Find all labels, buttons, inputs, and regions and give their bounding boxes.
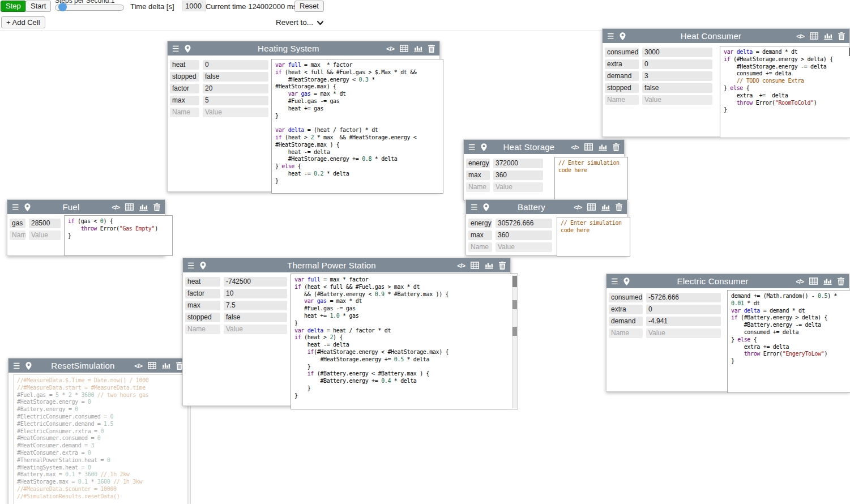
slider-thumb[interactable] <box>58 3 67 11</box>
scrollbar-track[interactable] <box>512 275 517 408</box>
cell-titlebar[interactable]: ☰Heat Storage</> <box>464 140 624 154</box>
prop-value-input[interactable]: 28500 <box>29 219 61 228</box>
prop-value-input[interactable]: Value <box>29 230 61 240</box>
prop-name-input[interactable]: Name <box>605 95 639 105</box>
prop-name-input[interactable]: energy <box>466 159 490 168</box>
prop-name-input[interactable]: max <box>468 230 492 240</box>
menu-icon[interactable]: ☰ <box>12 203 19 211</box>
prop-name-input[interactable]: heat <box>170 60 199 70</box>
prop-name-input[interactable]: heat <box>185 277 220 287</box>
trash-icon[interactable] <box>616 203 622 211</box>
code-icon[interactable]: </> <box>571 144 579 151</box>
prop-value-input[interactable]: 305726.666 <box>496 219 552 228</box>
prop-value-input[interactable]: 0 <box>203 60 268 70</box>
prop-name-input[interactable]: Name <box>466 182 490 192</box>
prop-name-input[interactable]: stopped <box>185 313 220 322</box>
cell-titlebar[interactable]: ☰Electric Consumer</> <box>606 274 849 288</box>
table-icon[interactable] <box>471 262 479 269</box>
prop-name-input[interactable]: Name <box>170 108 199 117</box>
prop-name-input[interactable]: max <box>185 301 220 310</box>
start-button[interactable]: Start <box>25 1 51 12</box>
prop-value-input[interactable]: Value <box>496 242 552 252</box>
code-icon[interactable]: </> <box>112 204 119 211</box>
prop-value-input[interactable]: Value <box>203 108 268 117</box>
prop-name-input[interactable]: max <box>466 170 490 180</box>
prop-value-input[interactable]: 372000 <box>493 159 543 168</box>
prop-name-input[interactable]: extra <box>609 305 643 314</box>
code-icon[interactable]: </> <box>386 45 394 52</box>
chart-icon[interactable] <box>824 32 832 40</box>
prop-name-input[interactable]: Name <box>609 328 643 338</box>
prop-value-input[interactable]: 10 <box>224 289 287 298</box>
prop-name-input[interactable]: Name <box>185 324 220 334</box>
prop-name-input[interactable]: consumed <box>605 48 639 57</box>
table-icon[interactable] <box>584 143 593 151</box>
code-editor[interactable]: // Enter simulation code here <box>554 157 628 200</box>
prop-value-input[interactable]: -4.941 <box>646 317 721 326</box>
prop-name-input[interactable]: energy <box>468 219 492 228</box>
cell-titlebar[interactable]: ☰Thermal Power Station</> <box>183 258 510 272</box>
prop-name-input[interactable]: Name <box>468 242 492 252</box>
cell-titlebar[interactable]: ☰Battery</> <box>466 200 627 214</box>
code-editor[interactable]: //#MeasureData.$.Time = Date.now() / 100… <box>13 374 191 504</box>
code-icon[interactable]: </> <box>796 278 804 285</box>
table-icon[interactable] <box>148 362 156 369</box>
menu-icon[interactable]: ☰ <box>471 203 478 211</box>
code-editor[interactable]: // Enter simulation code here <box>557 217 630 257</box>
prop-value-input[interactable]: 0 <box>642 59 712 69</box>
prop-value-input[interactable]: 7.5 <box>224 301 287 310</box>
trash-icon[interactable] <box>613 143 620 151</box>
code-editor[interactable]: if (gas < 0) { throw Error("Gas Empty")} <box>64 215 173 256</box>
chart-icon[interactable] <box>139 203 148 211</box>
menu-icon[interactable]: ☰ <box>468 143 476 151</box>
pin-icon[interactable] <box>481 143 487 151</box>
prop-name-input[interactable]: demand <box>609 317 643 326</box>
pin-icon[interactable] <box>185 45 191 53</box>
menu-icon[interactable]: ☰ <box>13 362 20 370</box>
prop-value-input[interactable]: 3 <box>642 71 712 81</box>
prop-name-input[interactable]: consumed <box>609 293 643 302</box>
prop-value-input[interactable]: Value <box>646 328 721 338</box>
code-icon[interactable]: </> <box>574 204 582 211</box>
code-icon[interactable]: </> <box>457 262 465 269</box>
prop-value-input[interactable]: 0 <box>646 305 721 314</box>
trash-icon[interactable] <box>838 32 845 40</box>
pin-icon[interactable] <box>483 203 489 211</box>
menu-icon[interactable]: ☰ <box>187 262 195 270</box>
prop-name-input[interactable]: gas <box>10 219 25 228</box>
prop-name-input[interactable]: demand <box>605 71 639 81</box>
chart-icon[interactable] <box>601 203 610 211</box>
trash-icon[interactable] <box>428 45 435 53</box>
prop-value-input[interactable]: 360 <box>496 230 552 240</box>
code-icon[interactable]: </> <box>134 362 142 369</box>
prop-value-input[interactable]: Value <box>642 95 712 105</box>
prop-value-input[interactable]: -5726.666 <box>646 293 721 302</box>
menu-icon[interactable]: ☰ <box>611 277 618 285</box>
prop-value-input[interactable]: Value <box>224 324 287 334</box>
chart-icon[interactable] <box>414 45 422 52</box>
revert-dropdown[interactable]: Revert to... <box>276 18 324 27</box>
prop-value-input[interactable]: Value <box>493 182 543 192</box>
pin-icon[interactable] <box>200 262 206 270</box>
table-icon[interactable] <box>400 45 408 52</box>
pin-icon[interactable] <box>623 277 630 285</box>
prop-value-input[interactable]: false <box>203 72 268 82</box>
table-icon[interactable] <box>587 203 596 211</box>
prop-name-input[interactable]: factor <box>170 84 199 93</box>
code-editor[interactable]: var delta = demand * dtif (#HeatStorage.… <box>720 46 850 138</box>
cell-titlebar[interactable]: ☰Fuel</> <box>7 200 165 214</box>
cell-titlebar[interactable]: ☰Heating System</> <box>168 41 439 55</box>
chart-icon[interactable] <box>599 143 607 151</box>
chart-icon[interactable] <box>485 262 493 269</box>
menu-icon[interactable]: ☰ <box>607 32 614 40</box>
code-editor[interactable]: var full = max * factorif (heat < full &… <box>291 274 518 409</box>
prop-value-input[interactable]: -742500 <box>224 277 287 287</box>
time-delta-input[interactable] <box>182 1 206 11</box>
prop-name-input[interactable]: Name <box>10 230 25 240</box>
chart-icon[interactable] <box>162 362 170 369</box>
pin-icon[interactable] <box>24 203 31 211</box>
cell-titlebar[interactable]: ☰Heat Consumer</> <box>603 29 849 43</box>
trash-icon[interactable] <box>153 203 160 211</box>
prop-name-input[interactable]: stopped <box>170 72 199 82</box>
code-editor[interactable]: demand += (Math.random() - 0.5) *0.01 * … <box>727 290 850 393</box>
